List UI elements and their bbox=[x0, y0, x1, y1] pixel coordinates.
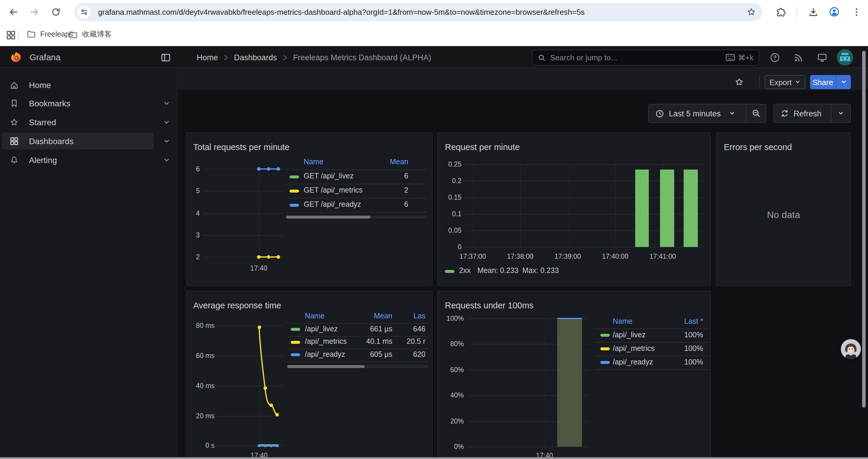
display-button[interactable] bbox=[817, 53, 827, 63]
star-icon bbox=[9, 118, 19, 127]
bar-2xx[interactable] bbox=[684, 169, 698, 247]
share-menu-button[interactable] bbox=[836, 75, 851, 89]
legend-scrollbar-thumb[interactable] bbox=[287, 365, 365, 368]
address-bar[interactable]: grafana.mathmast.com/d/deytv4rwavabkb/fr… bbox=[74, 3, 762, 21]
forward-button[interactable] bbox=[30, 7, 39, 17]
screen: grafana.mathmast.com/d/deytv4rwavabkb/fr… bbox=[0, 0, 868, 459]
x-tick-label: 17:38:00 bbox=[501, 252, 540, 261]
help-button[interactable]: ? bbox=[770, 53, 780, 63]
profile-icon bbox=[829, 6, 840, 17]
legend-value: 2 bbox=[286, 186, 408, 194]
bookmark-folder[interactable]: Freeleaps bbox=[27, 30, 73, 39]
y-tick-label: 2 bbox=[187, 253, 200, 261]
gridline-x bbox=[520, 164, 521, 247]
bar-2xx[interactable] bbox=[635, 169, 649, 247]
gridline-y bbox=[203, 213, 284, 214]
share-label: Share bbox=[812, 78, 833, 87]
legend-color-pill bbox=[445, 270, 454, 273]
gridline-x bbox=[259, 165, 259, 261]
data-point bbox=[269, 403, 273, 407]
site-settings-icon[interactable] bbox=[78, 6, 90, 19]
y-tick-label: 0.05 bbox=[438, 226, 462, 234]
vertical-scrollbar[interactable] bbox=[862, 51, 866, 407]
gridline-x bbox=[473, 164, 473, 247]
y-tick-label: 80 ms bbox=[187, 321, 215, 330]
bookmark-page-button[interactable] bbox=[746, 7, 756, 17]
bookmark-folder[interactable]: 收藏博客 bbox=[68, 30, 112, 40]
apps-grid-icon bbox=[6, 30, 16, 40]
grafana-logo[interactable] bbox=[9, 51, 23, 64]
bookmark-folder-label: Freeleaps bbox=[40, 30, 73, 38]
legend-value: 100% bbox=[594, 358, 703, 366]
legend-value: 6 bbox=[286, 200, 408, 208]
panel-toggle-icon bbox=[161, 53, 171, 63]
refresh-interval-button[interactable] bbox=[831, 110, 850, 117]
sidebar-item-starred[interactable]: Starred bbox=[2, 114, 154, 131]
grafana-flame-icon bbox=[9, 51, 23, 64]
legend-series-name[interactable]: 2xx bbox=[459, 266, 471, 275]
apps-shortcut-button[interactable] bbox=[6, 30, 16, 40]
legend-scrollbar-thumb[interactable] bbox=[286, 216, 371, 219]
sidebar-item-label: Home bbox=[29, 80, 51, 90]
breadcrumb-separator-icon bbox=[223, 54, 229, 61]
extensions-button[interactable] bbox=[776, 7, 786, 17]
legend-header: Last * bbox=[594, 317, 703, 326]
back-button[interactable] bbox=[8, 7, 18, 17]
y-tick-label: 0.1 bbox=[438, 210, 462, 218]
downloads-button[interactable] bbox=[808, 7, 818, 17]
assistant-avatar[interactable] bbox=[841, 339, 861, 359]
sidebar-item-label: Dashboards bbox=[29, 136, 73, 146]
table-border bbox=[287, 361, 428, 362]
table-border bbox=[287, 323, 428, 324]
folder-icon bbox=[68, 30, 78, 39]
search-input[interactable]: Search or jump to... ⌘+k bbox=[532, 50, 759, 66]
download-icon bbox=[808, 7, 818, 17]
x-tick-label: 17:37:00 bbox=[453, 252, 492, 261]
panel-request-per-minute: Request per minute 0.250.20.150.10.05017… bbox=[437, 132, 711, 286]
browser-toolbar: grafana.mathmast.com/d/deytv4rwavabkb/fr… bbox=[0, 0, 868, 24]
export-button[interactable]: Export bbox=[765, 75, 805, 89]
data-point bbox=[258, 444, 260, 447]
browser-menu-button[interactable] bbox=[851, 7, 862, 17]
news-button[interactable] bbox=[794, 53, 804, 63]
bookmarks-bar: Freeleaps收藏博客 bbox=[0, 24, 868, 46]
star-icon bbox=[746, 7, 756, 17]
favorite-dashboard-button[interactable] bbox=[735, 77, 744, 87]
export-label: Export bbox=[769, 78, 792, 87]
sidebar-item-bookmarks[interactable]: Bookmarks bbox=[2, 95, 154, 112]
total-requests-chart: 6543217:40NameMeanGET /api/_livez6GET /a… bbox=[187, 133, 432, 285]
sidebar-item-dashboards[interactable]: Dashboards bbox=[2, 133, 154, 150]
y-tick-label: 40% bbox=[438, 391, 464, 399]
sidebar-item-home[interactable]: Home bbox=[2, 76, 154, 93]
gridline-x bbox=[568, 164, 568, 247]
breadcrumb-item[interactable]: Dashboards bbox=[234, 53, 277, 62]
home-icon bbox=[9, 80, 19, 90]
panel-title[interactable]: Errors per second bbox=[724, 142, 792, 152]
chevron-down-icon[interactable] bbox=[163, 100, 170, 107]
user-avatar[interactable] bbox=[837, 49, 853, 66]
zoom-out-button[interactable] bbox=[746, 109, 766, 118]
chevron-down-icon bbox=[795, 79, 801, 85]
share-button[interactable]: Share bbox=[810, 75, 836, 89]
bar-under-100ms[interactable] bbox=[557, 318, 582, 447]
time-range-picker[interactable]: Last 5 minutes bbox=[649, 109, 746, 118]
time-range-group: Last 5 minutes bbox=[648, 104, 766, 123]
chevron-down-icon[interactable] bbox=[163, 119, 170, 126]
y-tick-label: 3 bbox=[187, 231, 200, 239]
sidebar-item-alerting[interactable]: Alerting bbox=[2, 151, 154, 168]
refresh-button[interactable]: Refresh bbox=[774, 109, 831, 118]
profile-button[interactable] bbox=[829, 6, 840, 17]
chevron-down-icon[interactable] bbox=[163, 156, 170, 163]
sidebar-toggle-button[interactable] bbox=[161, 53, 171, 63]
gridline-y bbox=[217, 356, 284, 356]
data-point bbox=[257, 325, 261, 329]
bar-2xx[interactable] bbox=[660, 169, 674, 247]
y-tick-label: 0.2 bbox=[438, 176, 462, 185]
chevron-down-icon[interactable] bbox=[163, 138, 170, 145]
back-arrow-icon bbox=[8, 7, 18, 17]
breadcrumb-item[interactable]: Home bbox=[197, 53, 218, 62]
reload-button[interactable] bbox=[51, 7, 61, 17]
y-tick-label: 0% bbox=[438, 442, 464, 451]
horizontal-scrollbar[interactable] bbox=[0, 457, 868, 459]
grafana-app-title: Grafana bbox=[30, 53, 61, 62]
